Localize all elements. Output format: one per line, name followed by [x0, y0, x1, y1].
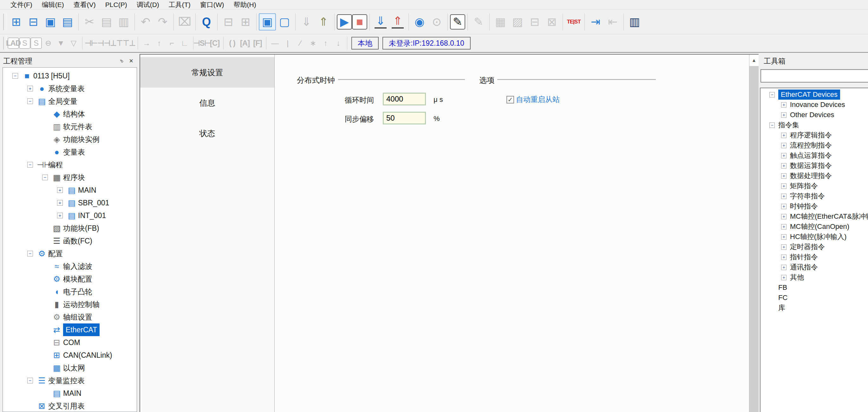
project-node-pou-sbr-001[interactable]: +▤SBR_001 — [3, 197, 137, 209]
write-button[interactable]: ✎ — [450, 14, 465, 30]
content-scrollbar[interactable]: ▲ — [749, 55, 758, 412]
project-node-module-config[interactable]: ⚙模块配置 — [3, 273, 137, 285]
project-node-ethercat[interactable]: ⇄EtherCAT — [3, 323, 137, 336]
toolbox-node-comm-instr[interactable]: +通讯指令 — [761, 262, 868, 272]
upload-button[interactable]: ⇑ — [389, 13, 406, 30]
toolbox-node-mc-axis-ethercat[interactable]: +MC轴控(EtherCAT&脉冲输 — [761, 211, 868, 222]
usb-test-button[interactable]: TE|ST — [565, 13, 582, 30]
toolbox-node-program-logic-instr[interactable]: +程序逻辑指令 — [761, 130, 868, 140]
scroll-up-icon[interactable]: ▲ — [749, 55, 758, 66]
auto-restart-checkbox[interactable]: ✓ — [506, 96, 514, 104]
menu-view[interactable]: 查看(V) — [69, 0, 100, 9]
toolbox-node-timer-instr[interactable]: +定时器指令 — [761, 242, 868, 252]
settings-tab-info[interactable]: 信息 — [140, 88, 274, 118]
project-node-device-table[interactable]: ▥软元件表 — [3, 120, 137, 133]
toolbox-node-data-proc-instr[interactable]: +数据处理指令 — [761, 171, 868, 181]
toolbox-node-mc-axis-canopen[interactable]: +MC轴控(CanOpen) — [761, 222, 868, 232]
project-node-com[interactable]: ⊟COM — [3, 336, 137, 349]
open-project-button[interactable]: ⊟ — [25, 13, 42, 30]
monitor-button[interactable]: ◉ — [411, 13, 428, 30]
expand-icon[interactable]: + — [57, 187, 63, 193]
find-button[interactable]: Q — [198, 13, 215, 30]
menu-edit[interactable]: 编辑(E) — [37, 0, 69, 9]
expand-icon[interactable]: + — [781, 112, 786, 118]
toolbox-node-pointer-instr[interactable]: +指针指令 — [761, 252, 868, 262]
window-cascade-button[interactable]: ▣ — [259, 13, 276, 30]
project-node-watch-table[interactable]: −☰变量监控表 — [3, 374, 137, 387]
project-node-axis-group[interactable]: ⚙轴组设置 — [3, 311, 137, 323]
toolbox-node-data-op-instr[interactable]: +数据运算指令 — [761, 160, 868, 171]
device-view-button[interactable]: ▥ — [626, 13, 643, 30]
toolbox-node-matrix-instr[interactable]: +矩阵指令 — [761, 181, 868, 191]
toolbox-node-fb[interactable]: FB — [761, 283, 868, 293]
save-all-button[interactable]: ▤ — [59, 13, 76, 30]
expand-icon[interactable]: + — [781, 255, 786, 260]
expand-icon[interactable]: + — [27, 86, 33, 91]
project-node-electronic-cam[interactable]: ◖电子凸轮 — [3, 285, 137, 298]
toolbox-filter-input[interactable] — [761, 69, 868, 83]
settings-tab-status[interactable]: 状态 — [140, 118, 274, 149]
project-node-watch-main[interactable]: ▤MAIN — [3, 387, 137, 400]
toolbox-node-other-instr[interactable]: +其他 — [761, 272, 868, 283]
project-node-var-table[interactable]: ●变量表 — [3, 146, 137, 158]
export-list-button[interactable]: ⇑ — [315, 13, 332, 30]
project-node-fb-instance[interactable]: ◈功能块实例 — [3, 133, 137, 146]
project-node-can-canlink[interactable]: ⊞CAN(CANLink) — [3, 349, 137, 361]
project-node-function-block-fb[interactable]: ▧功能块(FB) — [3, 222, 137, 235]
expand-icon[interactable]: + — [781, 244, 786, 250]
project-node-system-var-table[interactable]: +●系统变量表 — [3, 82, 137, 95]
stop-button[interactable]: ■ — [352, 14, 367, 30]
toolbox-node-contact-op-instr[interactable]: +触点运算指令 — [761, 150, 868, 160]
collapse-icon[interactable]: − — [27, 162, 33, 168]
menu-debug[interactable]: 调试(D) — [132, 0, 164, 9]
menu-window[interactable]: 窗口(W) — [195, 0, 229, 9]
project-node-cross-ref-table[interactable]: ⊠交叉引用表 — [3, 400, 137, 412]
project-node-programming[interactable]: −⊣⊢编程 — [3, 158, 137, 171]
expand-icon[interactable]: + — [57, 213, 63, 218]
expand-icon[interactable]: + — [781, 224, 786, 230]
menu-file[interactable]: 文件(F) — [6, 0, 37, 9]
menu-help[interactable]: 帮助(H) — [229, 0, 261, 9]
connection-local-button[interactable]: 本地 — [351, 37, 379, 50]
toolbox-node-instruction-set[interactable]: −指令集 — [761, 120, 868, 130]
expand-icon[interactable]: + — [781, 153, 786, 158]
collapse-icon[interactable]: − — [42, 175, 48, 180]
toolbox-node-ethercat-devices[interactable]: −EtherCAT Devices — [761, 89, 868, 100]
menu-tools[interactable]: 工具(T) — [164, 0, 195, 9]
toolbox-node-string-instr[interactable]: +字符串指令 — [761, 191, 868, 201]
project-node-motion-axis[interactable]: ▮运动控制轴 — [3, 298, 137, 311]
collapse-icon[interactable]: − — [27, 378, 33, 383]
project-node-function-fc[interactable]: ☰函数(FC) — [3, 235, 137, 247]
toolbox-node-fc[interactable]: FC — [761, 293, 868, 303]
toolbox-node-lib[interactable]: 库 — [761, 303, 868, 313]
toolbox-node-inovance-devices[interactable]: +Inovance Devices — [761, 100, 868, 110]
toolbox-node-other-devices[interactable]: +Other Devices — [761, 110, 868, 120]
project-node-global-var[interactable]: −▤全局变量 — [3, 95, 137, 108]
run-button[interactable]: ▶ — [337, 14, 352, 30]
project-node-plc-0113-h5u[interactable]: −■0113 [H5U] — [3, 69, 137, 82]
download-button[interactable]: ⇓ — [372, 13, 389, 30]
window-export-button[interactable]: ▢ — [276, 13, 293, 30]
login-button[interactable]: ⇥ — [587, 13, 604, 30]
expand-icon[interactable]: + — [781, 143, 786, 148]
expand-icon[interactable]: + — [781, 163, 786, 169]
project-node-config[interactable]: −⚙配置 — [3, 247, 137, 260]
collapse-icon[interactable]: − — [27, 98, 33, 104]
pin-icon[interactable]: ♀ — [119, 57, 124, 64]
expand-icon[interactable]: + — [57, 200, 63, 206]
project-node-program-blocks[interactable]: −▦程序块 — [3, 171, 137, 184]
expand-icon[interactable]: + — [781, 214, 786, 219]
collapse-icon[interactable]: − — [27, 251, 33, 257]
project-node-struct[interactable]: ◆结构体 — [3, 108, 137, 120]
project-node-input-filter[interactable]: ≈输入滤波 — [3, 260, 137, 273]
expand-icon[interactable]: + — [781, 204, 786, 209]
collapse-icon[interactable]: − — [769, 92, 775, 97]
expand-icon[interactable]: + — [781, 265, 786, 270]
expand-icon[interactable]: + — [781, 173, 786, 179]
expand-icon[interactable]: + — [781, 102, 786, 108]
project-node-ethernet[interactable]: ▦以太网 — [3, 361, 137, 374]
toolbox-node-hc-axis-pulse[interactable]: +HC轴控(脉冲输入) — [761, 232, 868, 242]
expand-icon[interactable]: + — [781, 133, 786, 138]
project-node-pou-main[interactable]: +▤MAIN — [3, 184, 137, 197]
toolbox-node-flow-control-instr[interactable]: +流程控制指令 — [761, 140, 868, 150]
